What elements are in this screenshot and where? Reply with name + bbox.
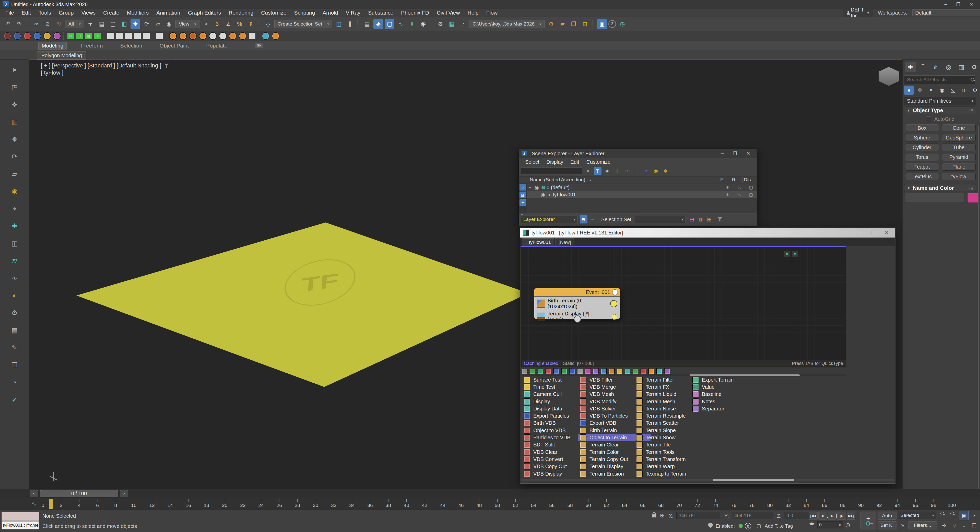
- left-tool-icon[interactable]: ⚙: [8, 306, 21, 320]
- drop-sim-icon[interactable]: [229, 32, 237, 40]
- selection-region-icon[interactable]: ▢: [108, 19, 118, 29]
- object-type-button[interactable]: GeoSphere: [942, 134, 976, 142]
- depot-category-icon[interactable]: [617, 368, 622, 374]
- left-tool-icon[interactable]: ▦: [8, 115, 21, 129]
- toggle-scene-explorer-icon[interactable]: ▤: [362, 19, 372, 29]
- left-tool-icon[interactable]: ▤: [8, 323, 21, 337]
- ribbon-tab[interactable]: Selection: [117, 42, 145, 49]
- menu-item[interactable]: File: [2, 10, 18, 16]
- close-icon[interactable]: ✕: [746, 151, 750, 156]
- toggle-layer-explorer-icon[interactable]: ◈: [374, 19, 383, 29]
- next-frame-button[interactable]: |▶: [837, 511, 846, 520]
- select-object-icon[interactable]: ➤: [84, 17, 97, 31]
- default-in-out-tangents-icon[interactable]: ∿: [898, 521, 907, 529]
- minimize-icon[interactable]: –: [721, 151, 724, 156]
- autogrid-checkbox[interactable]: [926, 116, 931, 122]
- unlink-selection-icon[interactable]: ⊘: [43, 19, 52, 29]
- object-type-button[interactable]: Pyramid: [942, 153, 976, 161]
- left-tool-icon[interactable]: ❒: [8, 358, 21, 372]
- menu-item[interactable]: Modifiers: [123, 10, 153, 16]
- zoom-extents-icon[interactable]: ▣: [959, 511, 969, 520]
- depot-category-icon[interactable]: [656, 368, 662, 374]
- depot-list-item[interactable]: Terrain Scatter: [634, 420, 707, 427]
- scene-converter-icon[interactable]: ◷: [617, 19, 627, 29]
- ribbon-tab[interactable]: Object Paint: [157, 42, 192, 49]
- primitive-category-dropdown[interactable]: Standard Primitives ▾: [904, 97, 976, 105]
- edit-named-sets-icon[interactable]: {}: [263, 19, 273, 29]
- left-tool-select-icon[interactable]: ➤: [8, 63, 21, 76]
- depot-category-icon[interactable]: [593, 368, 599, 374]
- menu-item[interactable]: Group: [55, 10, 77, 16]
- display-column-header[interactable]: Dis...: [743, 177, 757, 183]
- scrollbar-thumb[interactable]: [713, 479, 794, 481]
- menu-item[interactable]: Phoenix FD: [397, 10, 433, 16]
- expand-arrow-icon[interactable]: ▼: [527, 186, 533, 190]
- ribbon-tab[interactable]: Modeling: [38, 41, 67, 50]
- object-name[interactable]: tyFlow001: [553, 192, 576, 198]
- category-cameras-icon[interactable]: ◉: [937, 86, 947, 95]
- subtract-set-button[interactable]: ▦: [705, 215, 713, 223]
- search-icon[interactable]: [970, 77, 973, 82]
- field-of-view-icon[interactable]: ◔: [970, 511, 978, 520]
- render-production-icon[interactable]: ◔: [458, 19, 468, 29]
- maximize-icon[interactable]: ❐: [872, 230, 875, 236]
- object-type-button[interactable]: tyFlow: [942, 173, 976, 180]
- depot-list-item[interactable]: Terrain Tools: [634, 449, 707, 456]
- timeline-tick[interactable]: 100: [952, 498, 970, 510]
- freeze-icon[interactable]: ❄: [722, 185, 733, 190]
- operator-display-port[interactable]: [611, 314, 617, 320]
- timeline-tick[interactable]: 2: [61, 498, 79, 510]
- explorer-mode-dropdown[interactable]: Layer Explorer ▾: [521, 215, 578, 223]
- category-shapes-icon[interactable]: ❖: [915, 86, 925, 95]
- menu-item[interactable]: Edit: [18, 10, 35, 16]
- set-keys-button[interactable]: +: [860, 511, 876, 529]
- object-type-button[interactable]: Cone: [942, 124, 976, 132]
- category-spacewarps-icon[interactable]: ≋: [959, 86, 969, 95]
- xref-icon[interactable]: ❐: [569, 19, 579, 29]
- menu-item[interactable]: Display: [543, 159, 567, 165]
- enabled-count-badge[interactable]: 0: [745, 523, 751, 529]
- more-filters-label[interactable]: »: [520, 212, 523, 217]
- open-recent-icon[interactable]: ▰: [558, 19, 567, 29]
- track-bar[interactable]: ∿ 02468101214161820222426283032343638404…: [0, 498, 980, 510]
- y-coordinate-field[interactable]: 404.118: [732, 512, 773, 519]
- close-icon[interactable]: ✕: [885, 230, 889, 236]
- depot-list-item[interactable]: Terrain Warp: [634, 463, 707, 470]
- minimize-icon[interactable]: –: [945, 2, 947, 7]
- align-icon[interactable]: ∥: [345, 19, 355, 29]
- timeline-tick[interactable]: 6: [97, 498, 116, 510]
- depot-category-icon[interactable]: [609, 368, 614, 374]
- menu-item[interactable]: Civil View: [433, 10, 464, 16]
- zoom-icon[interactable]: [940, 511, 948, 520]
- freeze-icon[interactable]: ❄: [722, 192, 733, 198]
- node-editor-canvas[interactable]: ▦ Event_001 Birth Terrain (0: [1024x1024…: [521, 246, 846, 367]
- display-icon[interactable]: ▢: [745, 185, 757, 190]
- transform-typein-icon[interactable]: ⊞: [660, 512, 665, 519]
- menu-item[interactable]: Customize: [583, 159, 614, 165]
- pause-icon[interactable]: ❚❚: [116, 33, 123, 39]
- key-selection-dropdown[interactable]: Selected ▾: [898, 511, 936, 519]
- filter-shapes-button[interactable]: ◪: [520, 191, 526, 198]
- layer-name[interactable]: 0 (default): [547, 185, 570, 191]
- orbit-icon[interactable]: ♁: [959, 521, 968, 530]
- polygon-modeling-tab[interactable]: Polygon Modeling: [37, 51, 86, 59]
- show-curves-toggle-icon[interactable]: ∿: [29, 499, 39, 509]
- select-and-place-icon[interactable]: ◉: [164, 19, 174, 29]
- select-and-link-icon[interactable]: ∞: [32, 19, 41, 29]
- editor-grid-button[interactable]: ▦: [792, 251, 798, 257]
- add-to-set-button[interactable]: ▥: [697, 215, 704, 223]
- material-editor-icon[interactable]: ◉: [418, 19, 428, 29]
- wire-sphere-icon[interactable]: ⊕: [67, 33, 74, 39]
- lock-layer-icon[interactable]: ◈: [603, 167, 611, 175]
- left-tool-icon[interactable]: ✥: [8, 132, 21, 146]
- go-to-start-button[interactable]: |◀◀: [809, 511, 818, 520]
- menu-item[interactable]: Flow: [482, 10, 501, 16]
- plugin-icon[interactable]: [33, 32, 41, 40]
- depot-list-item[interactable]: Baseline: [690, 391, 763, 398]
- object-name-input[interactable]: [905, 193, 964, 203]
- list-panel-icon[interactable]: ▤: [156, 33, 163, 39]
- add-to-layer-icon[interactable]: ≋: [623, 167, 631, 175]
- menu-item[interactable]: Edit: [567, 159, 582, 165]
- previous-frame-button[interactable]: ◀|: [818, 511, 827, 520]
- left-tool-icon[interactable]: ✎: [8, 341, 21, 354]
